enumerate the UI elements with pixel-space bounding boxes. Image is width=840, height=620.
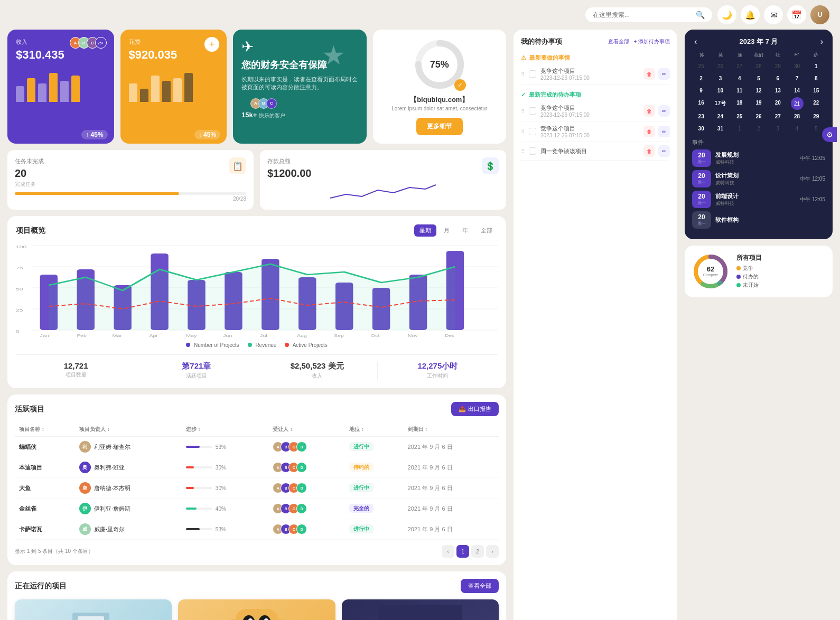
- col-progress[interactable]: 进步 ↕: [182, 422, 268, 437]
- drag-handle-2[interactable]: ⠿: [521, 129, 525, 135]
- cal-day-4[interactable]: 4: [788, 123, 806, 134]
- user-avatar[interactable]: U: [810, 5, 829, 24]
- col-manager[interactable]: 项目负责人 ↕: [75, 422, 182, 437]
- cal-day-25[interactable]: 25: [692, 61, 710, 72]
- page-1-btn[interactable]: 1: [456, 545, 469, 558]
- domain-detail-btn[interactable]: 更多细节: [416, 118, 463, 135]
- col-date[interactable]: 到期日 ↕: [404, 422, 499, 437]
- cal-day-4[interactable]: 4: [731, 73, 749, 84]
- todo-checkbox-1[interactable]: [529, 107, 536, 115]
- cal-day-10[interactable]: 10: [711, 85, 729, 96]
- cal-next-btn[interactable]: ›: [818, 37, 825, 46]
- manager-name-3: 伊利亚·詹姆斯: [94, 505, 130, 513]
- cal-day-29[interactable]: 29: [769, 61, 787, 72]
- cal-day-1[interactable]: 1: [731, 123, 749, 134]
- cal-day-28[interactable]: 28: [750, 61, 768, 72]
- todo-checkbox-2[interactable]: [529, 128, 536, 135]
- svg-text:Apr: Apr: [149, 334, 158, 338]
- mail-btn[interactable]: ✉: [764, 5, 783, 24]
- warning-icon: ⚠: [521, 54, 526, 61]
- todo-checkbox-3[interactable]: [529, 147, 536, 155]
- tab-yearly[interactable]: 年: [457, 224, 473, 237]
- cal-day-2[interactable]: 2: [692, 73, 710, 84]
- cal-settings-btn[interactable]: ⚙: [822, 127, 837, 142]
- todo-view-all[interactable]: 查看全部: [608, 38, 629, 45]
- todo-delete-3[interactable]: 🗑: [643, 145, 655, 157]
- svg-text:Aug: Aug: [297, 334, 307, 338]
- cal-day-13[interactable]: 13: [769, 85, 787, 96]
- cal-day-20[interactable]: 20: [769, 97, 787, 110]
- cal-day-3[interactable]: 3: [769, 123, 787, 134]
- cal-day-30[interactable]: 30: [788, 61, 806, 72]
- todo-add[interactable]: + 添加待办事项: [633, 38, 670, 45]
- chart-legend: Number of Projects Revenue Active Projec…: [16, 342, 498, 348]
- cal-day-15[interactable]: 15: [807, 85, 825, 96]
- cal-day-17号[interactable]: 17号: [711, 97, 729, 110]
- todo-checkbox-0[interactable]: [529, 70, 536, 78]
- cal-day-12[interactable]: 12: [750, 85, 768, 96]
- todo-edit-1[interactable]: ✏: [658, 105, 670, 117]
- todo-delete-0[interactable]: 🗑: [643, 68, 655, 80]
- page-2-btn[interactable]: 2: [471, 545, 484, 558]
- todo-edit-2[interactable]: ✏: [658, 126, 670, 137]
- todo-delete-1[interactable]: 🗑: [643, 105, 655, 117]
- cal-prev-btn[interactable]: ‹: [692, 37, 699, 46]
- cal-day-31[interactable]: 31: [711, 123, 729, 134]
- cal-day-19[interactable]: 19: [750, 97, 768, 110]
- cal-day-21[interactable]: 21: [791, 97, 804, 110]
- cal-day-24[interactable]: 24: [711, 111, 729, 122]
- drag-handle-0[interactable]: ⠿: [521, 71, 525, 77]
- cal-day-27[interactable]: 27: [769, 111, 787, 122]
- drag-handle-1[interactable]: ⠿: [521, 108, 525, 114]
- export-btn[interactable]: 📤 出口报告: [451, 402, 499, 416]
- add-expense-btn[interactable]: +: [204, 37, 219, 52]
- cal-day-26[interactable]: 26: [750, 111, 768, 122]
- search-input[interactable]: [593, 11, 692, 18]
- cal-weekdays: 苏 莫 途 我们 社 Fr 萨: [692, 52, 825, 59]
- cal-day-29[interactable]: 29: [807, 111, 825, 122]
- cal-day-25[interactable]: 25: [731, 111, 749, 122]
- col-status[interactable]: 地位 ↕: [345, 422, 404, 437]
- cal-day-11[interactable]: 11: [731, 85, 749, 96]
- cal-day-2[interactable]: 2: [750, 123, 768, 134]
- cal-day-7[interactable]: 7: [788, 73, 806, 84]
- cal-day-8[interactable]: 8: [807, 73, 825, 84]
- col-assignee[interactable]: 受让人 ↕: [268, 422, 345, 437]
- proj-name-4: 卡萨诺瓦: [15, 519, 75, 540]
- next-page-btn[interactable]: ›: [486, 545, 499, 558]
- svg-text:Jan: Jan: [40, 334, 49, 338]
- tab-monthly[interactable]: 月: [438, 224, 455, 237]
- cal-day-22[interactable]: 22: [807, 97, 825, 110]
- security-footer: A B C 15k+ 快乐的客户: [241, 98, 358, 119]
- cal-day-16[interactable]: 16: [692, 97, 710, 110]
- cal-day-30[interactable]: 30: [692, 123, 710, 134]
- tab-all[interactable]: 全部: [475, 224, 498, 237]
- col-name[interactable]: 项目名称 ↕: [15, 422, 75, 437]
- cal-day-3[interactable]: 3: [711, 73, 729, 84]
- todo-edit-3[interactable]: ✏: [658, 145, 670, 157]
- dark-mode-btn[interactable]: 🌙: [717, 5, 736, 24]
- proj-progress-0: 53%: [182, 437, 268, 457]
- svg-text:Jun: Jun: [223, 334, 232, 338]
- cal-day-27[interactable]: 27: [731, 61, 749, 72]
- savings-card: 存款总额 $1200.00 💲: [260, 150, 506, 210]
- todo-delete-2[interactable]: 🗑: [643, 126, 655, 137]
- cal-day-14[interactable]: 14: [788, 85, 806, 96]
- prev-page-btn[interactable]: ‹: [442, 545, 454, 558]
- search-box[interactable]: 🔍: [585, 7, 712, 22]
- tab-weekly[interactable]: 星期: [414, 224, 436, 237]
- cal-day-6[interactable]: 6: [769, 73, 787, 84]
- cal-day-18[interactable]: 18: [731, 97, 749, 110]
- cal-day-26[interactable]: 26: [711, 61, 729, 72]
- todo-edit-0[interactable]: ✏: [658, 68, 670, 80]
- cal-day-1[interactable]: 1: [807, 61, 825, 72]
- cal-day-28[interactable]: 28: [788, 111, 806, 122]
- notification-btn[interactable]: 🔔: [741, 5, 760, 24]
- cal-day-5[interactable]: 5: [750, 73, 768, 84]
- manager-av-2: 唐: [79, 482, 91, 494]
- cal-day-9[interactable]: 9: [692, 85, 710, 96]
- cal-day-23[interactable]: 23: [692, 111, 710, 122]
- drag-handle-3[interactable]: ⠿: [521, 148, 525, 154]
- view-all-running-btn[interactable]: 查看全部: [461, 579, 499, 593]
- calendar-btn[interactable]: 📅: [787, 5, 806, 24]
